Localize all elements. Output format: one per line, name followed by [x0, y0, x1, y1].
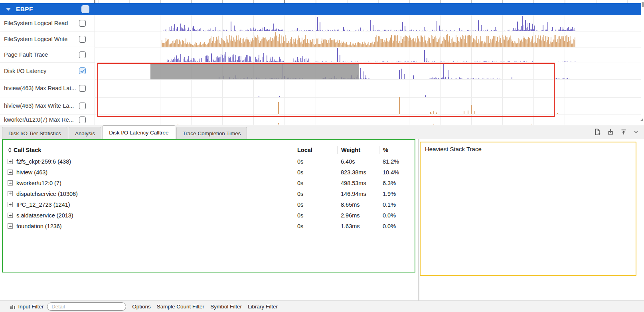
- percent-value: 6.3%: [379, 180, 415, 186]
- row-label: kworker/u12:0(7) Max Re...: [4, 117, 74, 123]
- percent-value: 1.9%: [379, 191, 415, 197]
- tab-trace-completion-times[interactable]: Trace Completion Times: [176, 127, 247, 139]
- local-value: 0s: [291, 169, 337, 176]
- local-column-header[interactable]: Local: [291, 147, 337, 153]
- row-checkbox[interactable]: [79, 85, 86, 92]
- scrollbar-thumb[interactable]: [642, 2, 644, 7]
- row-checkbox[interactable]: [79, 67, 86, 74]
- weight-column-header[interactable]: Weight: [337, 146, 379, 154]
- local-value: 0s: [291, 212, 337, 219]
- row-kworker-max-read[interactable]: kworker/u12:0(7) Max Re...: [0, 115, 95, 125]
- tab-label: Disk I/O Latency Calltree: [109, 130, 168, 136]
- sample-count-filter-button[interactable]: Sample Count Filter: [157, 304, 204, 310]
- tab-label: Analysis: [75, 130, 95, 136]
- expand-plus-icon[interactable]: [8, 223, 13, 229]
- weight-value: 8.65ms: [337, 201, 379, 208]
- vertical-scrollbar[interactable]: [641, 0, 644, 125]
- row-label: hiview(463) Max Write La...: [4, 103, 74, 109]
- row-page-fault-trace[interactable]: Page Fault Trace: [0, 47, 95, 63]
- expand-plus-icon[interactable]: [8, 180, 13, 186]
- stack-name: dispatchservice (10306): [16, 191, 78, 197]
- panel-toolbar: [593, 128, 639, 136]
- expand-plus-icon[interactable]: [8, 202, 13, 207]
- stack-name: IPC_12_2723 (1241): [16, 201, 70, 208]
- calltree-row[interactable]: hiview (463) 0s 823.38ms 10.4%: [3, 167, 415, 178]
- call-stack-column-header[interactable]: Call Stack: [3, 147, 291, 153]
- row-label: hiview(463) Max Read Lat...: [4, 85, 76, 91]
- calltree-row[interactable]: foundation (1236) 0s 1.63ms 0.0%: [3, 221, 415, 231]
- ebpf-group-header[interactable]: EBPF: [0, 3, 641, 15]
- scrollbar-corner-mark: [640, 118, 643, 121]
- row-label: Page Fault Trace: [4, 51, 48, 58]
- collapse-caret-icon[interactable]: [6, 8, 11, 11]
- stack-name: foundation (1236): [16, 223, 62, 229]
- stack-name: s.aidataservice (2013): [16, 212, 73, 219]
- row-hiview-max-read[interactable]: hiview(463) Max Read Lat...: [0, 79, 95, 97]
- ebpf-group-checkbox[interactable]: [81, 5, 89, 13]
- expand-plus-icon[interactable]: [8, 159, 13, 164]
- calltree-rows: f2fs_ckpt-259:6 (438) 0s 6.40s 81.2% hiv…: [3, 156, 415, 231]
- calltree-row[interactable]: IPC_12_2723 (1241) 0s 8.65ms 0.1%: [3, 199, 415, 210]
- tab-list: Disk I/O Tier Statistics Analysis Disk I…: [2, 125, 247, 139]
- expand-plus-icon[interactable]: [8, 213, 13, 218]
- row-hiview-max-write[interactable]: hiview(463) Max Write La...: [0, 97, 95, 115]
- local-value: 0s: [291, 180, 337, 186]
- row-checkbox[interactable]: [79, 51, 86, 58]
- tab-label: Trace Completion Times: [183, 130, 241, 136]
- timeline-row-labels: FileSystem Logical Read FileSystem Logic…: [0, 15, 95, 125]
- tab-disk-io-latency-calltree[interactable]: Disk I/O Latency Calltree: [103, 125, 175, 139]
- calltree-row[interactable]: kworker/u12:0 (7) 0s 498.53ms 6.3%: [3, 178, 415, 188]
- detail-panels: Call Stack Local Weight % f2fs_ckpt-259:…: [0, 139, 644, 300]
- export-file-icon[interactable]: [593, 128, 601, 136]
- red-annotation-box: [97, 63, 555, 117]
- calltree-row[interactable]: s.aidataservice (2013) 0s 2.96ms 0.0%: [3, 210, 415, 221]
- scroll-to-top-icon[interactable]: [620, 128, 628, 136]
- local-value: 0s: [291, 191, 337, 197]
- row-checkbox[interactable]: [79, 36, 86, 43]
- tab-analysis[interactable]: Analysis: [69, 127, 101, 139]
- panel-splitter[interactable]: [418, 139, 419, 300]
- symbol-filter-button[interactable]: Symbol Filter: [210, 304, 242, 310]
- input-filter-label: Input Filter: [18, 304, 44, 310]
- weight-value: 2.96ms: [337, 212, 379, 219]
- bar-chart-icon: [10, 304, 15, 309]
- row-checkbox[interactable]: [79, 117, 86, 123]
- percent-column-header[interactable]: %: [379, 146, 415, 154]
- calltree-row[interactable]: f2fs_ckpt-259:6 (438) 0s 6.40s 81.2%: [3, 156, 415, 167]
- calltree-panel: Call Stack Local Weight % f2fs_ckpt-259:…: [2, 139, 415, 273]
- weight-value: 498.53ms: [337, 180, 379, 186]
- collapse-panel-icon[interactable]: [633, 129, 639, 135]
- heaviest-stack-panel: Heaviest Stack Trace: [420, 142, 636, 276]
- weight-value: 1.63ms: [337, 223, 379, 229]
- weight-value: 6.40s: [337, 158, 379, 165]
- row-filesystem-logical-read[interactable]: FileSystem Logical Read: [0, 15, 95, 32]
- row-label: FileSystem Logical Read: [4, 20, 68, 26]
- sort-icon[interactable]: [8, 147, 12, 153]
- stack-name: kworker/u12:0 (7): [16, 180, 61, 186]
- row-disk-io-latency[interactable]: Disk I/O Latency: [0, 63, 95, 79]
- local-value: 0s: [291, 201, 337, 208]
- row-filesystem-logical-write[interactable]: FileSystem Logical Write: [0, 32, 95, 47]
- percent-value: 0.1%: [379, 201, 415, 208]
- download-icon[interactable]: [606, 128, 614, 136]
- percent-value: 10.4%: [379, 169, 415, 176]
- local-value: 0s: [291, 223, 337, 229]
- expand-plus-icon[interactable]: [8, 191, 13, 196]
- calltree-header-row: Call Stack Local Weight %: [3, 144, 415, 156]
- detail-filter-input[interactable]: [47, 302, 126, 311]
- percent-value: 81.2%: [379, 158, 415, 165]
- calltree-row[interactable]: dispatchservice (10306) 0s 146.94ms 1.9%: [3, 188, 415, 199]
- stack-name: hiview (463): [16, 169, 47, 176]
- call-stack-header-label: Call Stack: [14, 147, 41, 153]
- percent-value: 0.0%: [379, 212, 415, 219]
- weight-value: 146.94ms: [337, 191, 379, 197]
- library-filter-button[interactable]: Library Filter: [248, 304, 278, 310]
- row-checkbox[interactable]: [79, 103, 86, 109]
- tab-label: Disk I/O Tier Statistics: [8, 130, 61, 136]
- row-checkbox[interactable]: [79, 20, 86, 27]
- expand-plus-icon[interactable]: [8, 170, 13, 175]
- row-label: Disk I/O Latency: [4, 68, 46, 74]
- options-button[interactable]: Options: [132, 304, 151, 310]
- tab-disk-io-tier-statistics[interactable]: Disk I/O Tier Statistics: [2, 127, 67, 139]
- heaviest-stack-title: Heaviest Stack Trace: [425, 146, 631, 152]
